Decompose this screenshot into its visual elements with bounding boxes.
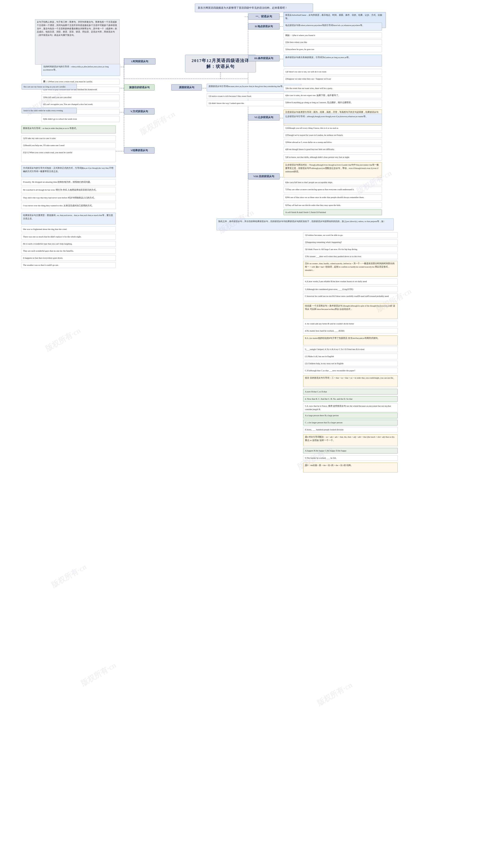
watermark-3: 版权所有·cn	[43, 326, 83, 354]
result-ex1: She was so frightened about the dog that…	[21, 226, 116, 232]
section-method-label: V.方式状语从句	[124, 108, 155, 114]
method-ex2: He watched it all though he has won. 明行为…	[21, 187, 116, 193]
travel-ex3: I5]J:1) When you cross a main road, you …	[21, 150, 116, 162]
cond-ex5: 5)How'd anything go along so long as I a…	[284, 99, 382, 108]
purp-quiz5: A.happen B.the happy C.the happy D.the h…	[303, 448, 398, 454]
watermark-6: 版权所有·cn	[315, 680, 354, 708]
section-time-label: I.时间状语从句	[124, 58, 156, 65]
conc-ex4: 4)Even though future is good boy/our lit…	[284, 146, 382, 153]
watermark-5: 版权所有·cn	[50, 562, 88, 590]
time-intro: 当的时间状语从句的引导词：when,while,as,after,before,…	[41, 64, 120, 76]
purp-ex13: C.If/although that C.so that ___now reco…	[303, 368, 398, 374]
result-ex5: It happens so fast that everywhere goes …	[21, 255, 116, 261]
method-ex1: D.nearby. He dropped an amazing time.别倒在…	[21, 179, 116, 185]
purp-ex11: (1) Make it all, but not in English	[303, 353, 398, 359]
result-intro: 结果状语从句主要类型：那连接词...so, that,such/as/as...…	[21, 213, 116, 224]
purp-note2: 结合题 一个主语和从句 = 条件状语从句 (thought/although/i…	[303, 303, 398, 319]
result-ex4: They are such wonderful guys that no one…	[21, 248, 116, 254]
section-reason-label: 原因状语从句	[171, 84, 202, 91]
intro-text: 从句子结构上来说，句子有三种：简单句、并列句和复合句。简单包有一个主语成多个主语…	[35, 19, 120, 65]
section-concession-label: VI.让步状语从句	[248, 114, 280, 121]
place-ex1: 例如：1)Put it where you found it	[284, 33, 382, 38]
method-intro: 方式状语从句的引导方式包括：正式和非正式的方式，引导词如as,as if,as …	[21, 165, 116, 177]
travel-ex1: 1)I'll take my rain coat in case it rain…	[21, 135, 116, 141]
purp-ex9: 4.No matter how hard he worked, ___ (BAB…	[303, 328, 398, 334]
conc-note: 让步状语从句用法对比：Though,although/even though/a…	[284, 162, 382, 178]
conc-quiz: A.will finish B.shall finish C.finish D.…	[284, 210, 382, 215]
purp-note3: B.A. (no matter他的结论的B句子带了负面而且 在当/not/but…	[303, 335, 398, 345]
main-title-box: 2017年12月英语四级语法详解：状语从句	[185, 55, 256, 72]
cond-ex2: 2)Suppose we take what they say / Suppos…	[284, 76, 382, 84]
section-condition-label: III.条件状语从句	[248, 55, 280, 61]
house-label: You can use my house as long as you are …	[22, 84, 77, 90]
method-ex4: I was never over the thing they wanted t…	[21, 203, 116, 209]
result-ex2: There was one so much that he didn't rep…	[21, 234, 116, 240]
header-text: 新东方网英语四级频道为大家整理了英语四级中常见的语法结构，赶来看看吧！	[198, 6, 287, 9]
purp-ex16: 9.The harder he worked, ___ he felt.	[303, 455, 398, 461]
conc-ex3: 3)Went abroad as 5, even daifar on a swe…	[284, 139, 382, 145]
conc-ex7: 7)They are other at more convincing upon…	[284, 187, 382, 193]
purp-ex5: 4.A.how works,3.am reliable B.but how wo…	[303, 278, 398, 285]
purp-ex1: 1)I sinless becomes, we won't be able to…	[303, 232, 398, 238]
cond-ex4: 4)In case it rains, do not expect me. 如果…	[284, 92, 382, 98]
conc-ex8: 8)We see of that since we at these once …	[284, 195, 382, 201]
result-ex6: The weather was so that it could't go ou…	[21, 262, 116, 268]
cond-ex3: 3)In the event that our team wins, there…	[284, 86, 382, 91]
purp-quiz3: A.a large person there B.a large person	[303, 413, 398, 418]
travel-ex2: 2)Should you help me, I'll take some one…	[21, 143, 116, 148]
conc-ex1: 1)Although you tell every thing I know, …	[284, 125, 382, 131]
purp-ex12: (2) Children help, in my story not in En…	[303, 361, 398, 366]
section-place-label: II.地点状语从句	[248, 23, 280, 30]
listen-label: listen to the radio while he walks every…	[22, 108, 77, 113]
section-yi-label: 一、状语从句	[248, 13, 280, 20]
purp-ex4: 3.No sooner ___then we'd when they pushe…	[303, 254, 398, 259]
purp-ex10: 5.___tonight I helped. A.Try it B.A try …	[303, 346, 398, 352]
section-travel-label: 旅游目的状语从句	[124, 84, 155, 91]
purp-note6: 题9：the比较 - 某 + the + 比+的 + the + 比+的 结构。	[303, 462, 398, 472]
purp-note5: 题4 对比引导词配比：so + adj + adv + that, the, t…	[303, 434, 398, 446]
place-ex3: 3)Anywhere he goes, he goes too	[284, 47, 382, 52]
method-ex3: They did it the way that they had never …	[21, 195, 116, 201]
purp-ex8: 4. he could add any better/B and he coul…	[303, 321, 398, 327]
conc-ex9: 9)They all had use out this/in order tha…	[284, 202, 382, 208]
conc-ex2: 2)Though we've stayed for years in Londo…	[284, 132, 382, 138]
time-ex3: 3)We left until you are cancelled	[41, 94, 120, 101]
purp-quiz2: 4. Now that B. C. And the C. B. No. and …	[303, 396, 398, 402]
place-intro: 地点状语从句有where,wherever,anywhere等的引导词there…	[284, 23, 382, 31]
cond-ex1: 1)If there's no one to see, we will do i…	[284, 69, 382, 75]
time-ex6: 6)He didn't go to school the week even	[41, 116, 120, 122]
main-title: 2017年12月英语四级语法详解：状语从句	[189, 58, 252, 70]
purpose-intro: 除此之外，条件状语从句，并分目的和结果状语从句，目的状语从句与结果状语从句的区别…	[217, 219, 394, 230]
conc-ex5: 5)If m know, not that skills, although d…	[284, 155, 382, 161]
purp-note4: 造目 目的状语从句引导词：三 + that + so + that + so +…	[303, 375, 398, 387]
travel-intro: 那状语从句引导词：so that,in order that,that,so a…	[21, 126, 116, 133]
conc-ex6: 6)In carry/fell best to that! people are…	[284, 180, 382, 185]
concession-intro: 让步状语从句引导词：although,though,even though,ev…	[284, 114, 382, 124]
watermark-9: 版权所有·cn	[79, 660, 118, 689]
purp-ex6: 3.Although the considered great error, _…	[303, 287, 398, 292]
place-ex2: 2)Sit here where you like	[284, 39, 382, 45]
purp-quiz4: C. a lot larger person that D.a larger p…	[303, 420, 398, 425]
top-header: 新东方网英语四级频道为大家整理了英语四级中常见的语法结构，赶来看看吧！	[195, 3, 313, 12]
purp-ex2: 2)Supposing remaining what's happening?	[303, 239, 398, 245]
time-ex4: 4)I can't recognise you. You are changed…	[41, 102, 120, 107]
condition-intro: 条件状语从句表示具体的情况，引导词为if,unless,as long as,o…	[284, 55, 382, 67]
purp-ex14: 5.A. now that he is Fence, 推荐 这些状语从句 not…	[303, 403, 398, 412]
purp-ex15: E.hosts, ___ hundred people looked divis…	[303, 427, 398, 433]
purp-ex7: C.however he could use no not B.if these…	[303, 293, 398, 301]
purp-ex3: 3)I think I have it: All large I am now.…	[303, 247, 398, 252]
section-purpose-label: VIII.目的状语从句	[248, 173, 280, 180]
purp-note1: 注B: no sooner...than, hardly...when/scar…	[303, 261, 398, 277]
section-result-label: V结果状语从句	[124, 147, 155, 153]
purp-quiz1: A.now B.that C.so D.that	[303, 389, 398, 395]
result-ex3: He is such a wonderful type that you can…	[21, 241, 116, 247]
